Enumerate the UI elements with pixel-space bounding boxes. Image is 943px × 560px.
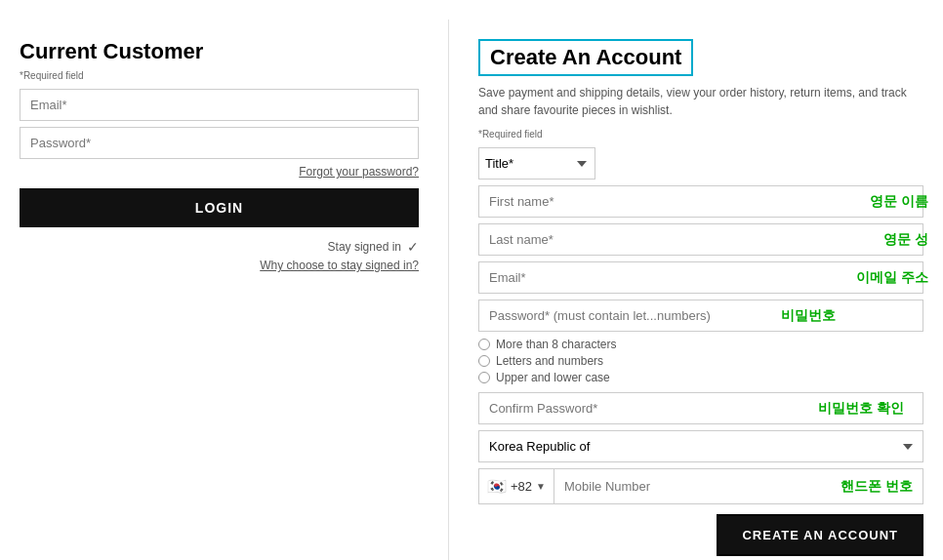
left-panel: Current Customer *Required field Forgot … (0, 20, 449, 560)
phone-prefix[interactable]: 🇰🇷 +82 ▼ (479, 469, 554, 503)
current-customer-title: Current Customer (20, 39, 419, 64)
last-name-row: 영문 성 (478, 223, 923, 256)
confirm-password-input[interactable] (478, 392, 923, 424)
hint-case-radio (478, 372, 490, 383)
title-select[interactable]: Title* Mr Ms Mrs Miss Dr (478, 147, 595, 180)
bottom-group: CREATE AN ACCOUNT For further informatio… (478, 514, 923, 560)
country-select-row: Korea Republic of United States United K… (478, 430, 923, 462)
last-name-input[interactable] (478, 223, 923, 256)
phone-row: 🇰🇷 +82 ▼ 핸드폰 번호 (478, 468, 923, 504)
hint-letters-text: Letters and numbers (496, 354, 603, 368)
hint-length-text: More than 8 characters (496, 338, 616, 351)
why-stay-signed-link[interactable]: Why choose to stay signed in? (20, 259, 419, 272)
password-hints: More than 8 characters Letters and numbe… (478, 338, 923, 384)
hint-letters-radio (478, 355, 490, 367)
confirm-password-row: 비밀번호 확인 (478, 392, 923, 424)
password-register-input[interactable] (478, 300, 923, 332)
first-name-row: 영문 이름 (478, 185, 923, 218)
email-row: 이메일 주소 (478, 261, 923, 294)
hint-letters: Letters and numbers (478, 354, 923, 368)
forgot-password-link[interactable]: Forgot your password? (20, 165, 419, 179)
email-input[interactable] (20, 89, 419, 121)
hint-length-radio (478, 339, 490, 350)
stay-signed-checkmark-icon: ✓ (407, 239, 419, 255)
password-input[interactable] (20, 127, 419, 159)
phone-code: +82 (511, 479, 532, 494)
login-button[interactable]: LOGIN (20, 188, 419, 227)
hint-length: More than 8 characters (478, 338, 923, 351)
email-register-input[interactable] (478, 261, 923, 294)
create-account-button[interactable]: CREATE AN ACCOUNT (717, 514, 923, 556)
create-button-row: CREATE AN ACCOUNT (717, 514, 923, 556)
required-label-right: *Required field (478, 129, 923, 140)
phone-input[interactable] (554, 471, 922, 501)
password-row: 비밀번호 (478, 300, 923, 332)
required-label-left: *Required field (20, 70, 419, 81)
country-select[interactable]: Korea Republic of United States United K… (478, 430, 923, 462)
flag-kr-icon: 🇰🇷 (487, 477, 507, 496)
stay-signed-row: Stay signed in ✓ (20, 239, 419, 255)
phone-dropdown-icon: ▼ (536, 481, 546, 492)
first-name-input[interactable] (478, 185, 923, 218)
title-select-row: Title* Mr Ms Mrs Miss Dr (478, 147, 923, 180)
stay-signed-label: Stay signed in (328, 240, 401, 254)
description-text: Save payment and shipping details, view … (478, 84, 923, 119)
right-panel: Create An Account Save payment and shipp… (449, 20, 943, 560)
create-account-title: Create An Account (478, 39, 693, 76)
hint-case: Upper and lower case (478, 371, 923, 384)
hint-case-text: Upper and lower case (496, 371, 610, 384)
